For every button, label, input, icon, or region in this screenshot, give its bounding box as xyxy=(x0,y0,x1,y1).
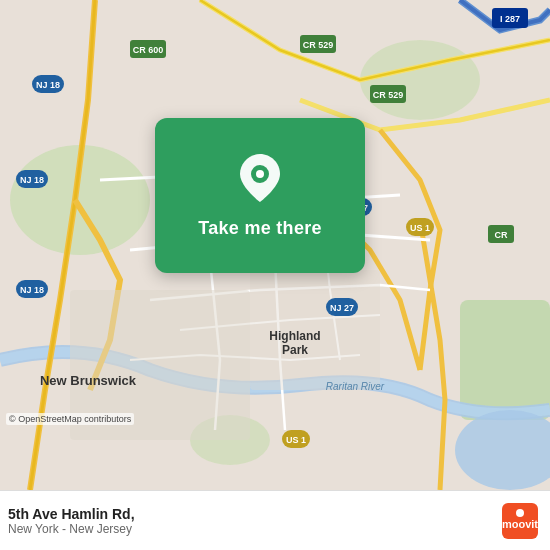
svg-text:CR 529: CR 529 xyxy=(303,40,334,50)
map-attribution: © OpenStreetMap contributors xyxy=(6,413,134,425)
location-name: 5th Ave Hamlin Rd, xyxy=(8,506,502,522)
location-pin-icon xyxy=(234,152,286,204)
svg-text:NJ 18: NJ 18 xyxy=(20,285,44,295)
svg-text:CR 600: CR 600 xyxy=(133,45,164,55)
svg-text:Raritan River: Raritan River xyxy=(326,381,385,392)
svg-text:moovit: moovit xyxy=(502,518,538,530)
svg-text:Park: Park xyxy=(282,343,308,357)
svg-point-40 xyxy=(516,509,524,517)
svg-text:New Brunswick: New Brunswick xyxy=(40,373,137,388)
svg-text:I 287: I 287 xyxy=(500,14,520,24)
svg-text:CR 529: CR 529 xyxy=(373,90,404,100)
svg-text:US 1: US 1 xyxy=(286,435,306,445)
location-info: 5th Ave Hamlin Rd, New York - New Jersey xyxy=(8,506,502,536)
action-card[interactable]: Take me there xyxy=(155,118,365,273)
svg-text:Highland: Highland xyxy=(269,329,320,343)
bottom-bar: 5th Ave Hamlin Rd, New York - New Jersey… xyxy=(0,490,550,550)
svg-rect-3 xyxy=(460,300,550,420)
svg-text:US 1: US 1 xyxy=(410,223,430,233)
location-region: New York - New Jersey xyxy=(8,522,502,536)
svg-text:NJ 18: NJ 18 xyxy=(36,80,60,90)
svg-point-2 xyxy=(360,40,480,120)
moovit-logo: moovit xyxy=(502,503,538,539)
take-me-there-button[interactable]: Take me there xyxy=(198,218,322,239)
map-container: NJ 18 NJ 18 NJ 18 CR 600 CR 529 CR 529 N… xyxy=(0,0,550,490)
moovit-icon: moovit xyxy=(502,503,538,539)
svg-text:NJ 27: NJ 27 xyxy=(330,303,354,313)
svg-text:NJ 18: NJ 18 xyxy=(20,175,44,185)
svg-text:CR: CR xyxy=(495,230,508,240)
svg-point-37 xyxy=(256,170,264,178)
